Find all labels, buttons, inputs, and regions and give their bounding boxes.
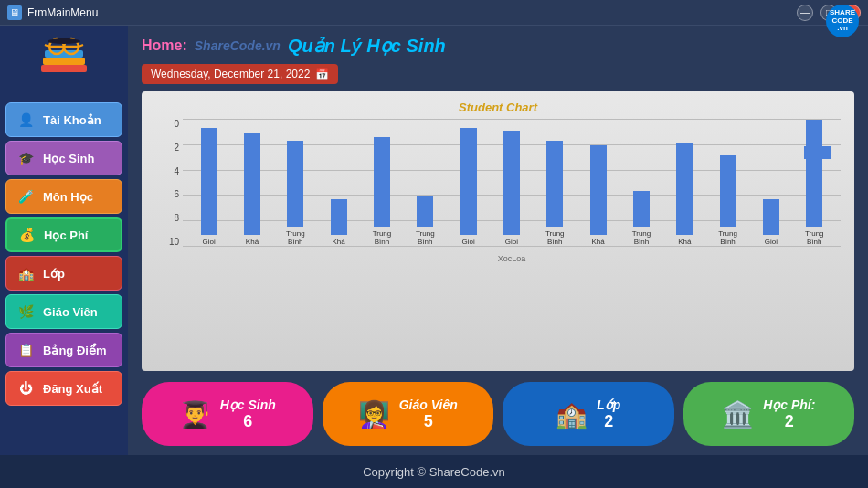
giao-vien-icon: 🌿: [16, 302, 36, 322]
sidebar-item-hoc-sinh[interactable]: 🎓 Học Sinh: [5, 141, 122, 175]
sidebar-item-hoc-phi[interactable]: 💰 Học Phí: [5, 217, 122, 252]
hoc-phi-stat-label: Học Phí:: [763, 398, 815, 412]
sidebar-item-lop[interactable]: 🏫 Lớp: [5, 256, 122, 291]
chart-body: GioiKháTrung BìnhKháTrung BìnhTrung Bình…: [183, 119, 841, 265]
bar-12: [720, 155, 736, 227]
bar-label-10: Trung Bình: [629, 230, 654, 247]
bar-4: [374, 137, 390, 227]
bar-14: [806, 120, 822, 227]
hoc-phi-stat-text: Học Phí: 2: [763, 398, 815, 431]
window-title: FrmMainMenu: [27, 6, 98, 19]
chart-x-label: XocLoa: [498, 254, 526, 263]
bar-10: [633, 191, 650, 227]
hoc-phi-icon: 💰: [16, 225, 37, 245]
bar-group-11: Khá: [672, 143, 697, 247]
main-layout: 👤 Tài Khoản 🎓 Học Sinh 🧪 Môn Học 💰 Học P…: [0, 26, 868, 455]
hoc-sinh-stat-text: Học Sinh 6: [220, 398, 276, 431]
bar-8: [546, 141, 563, 227]
bar-group-4: Trung Bình: [369, 137, 395, 247]
footer: Copyright © ShareCode.vn: [0, 455, 868, 488]
sidebar-label-dang-xuat: Đăng Xuất: [43, 382, 102, 396]
bar-group-6: Gioi: [456, 128, 482, 247]
footer-text: Copyright © ShareCode.vn: [363, 465, 505, 479]
giao-vien-stat-label: Giáo Viên: [399, 398, 458, 412]
sharecode-logo-badge: SHARECODE.vn: [826, 5, 859, 37]
bar-group-0: Gioi: [196, 128, 222, 247]
svg-rect-0: [41, 65, 87, 72]
content-area: Home: ShareCode.vn Quản Lý Học Sinh Wedn…: [128, 26, 868, 455]
bar-group-5: Trung Bình: [412, 196, 438, 247]
bar-9: [590, 145, 607, 235]
sidebar-item-dang-xuat[interactable]: ⏻ Đăng Xuất: [5, 371, 122, 406]
bar-0: [201, 128, 217, 235]
dang-xuat-icon: ⏻: [16, 378, 36, 398]
bar-group-9: Khá: [586, 145, 611, 247]
hoc-sinh-stat-icon: 👨‍🎓: [179, 399, 211, 430]
bar-5: [417, 196, 433, 227]
sidebar: 👤 Tài Khoản 🎓 Học Sinh 🧪 Môn Học 💰 Học P…: [0, 26, 128, 455]
bar-label-5: Trung Bình: [412, 230, 438, 247]
bar-label-9: Khá: [586, 239, 611, 247]
bar-group-14: Trung Bình: [801, 120, 827, 247]
bar-6: [460, 128, 477, 235]
hoc-phi-stat-icon: 🏛️: [722, 399, 754, 430]
bar-label-7: Gioi: [499, 239, 524, 247]
bar-label-1: Khá: [239, 239, 265, 247]
tai-khoan-icon: 👤: [16, 110, 36, 130]
bar-label-3: Khá: [326, 239, 352, 247]
giao-vien-stat-icon: 👩‍🏫: [358, 399, 390, 430]
bar-7: [503, 131, 520, 235]
date-text: Wednesday, December 21, 2022: [151, 68, 310, 80]
bar-group-8: Trung Bình: [542, 141, 567, 247]
bars-wrapper: GioiKháTrung BìnhKháTrung BìnhTrung Bình…: [183, 119, 841, 247]
minimize-button[interactable]: —: [797, 5, 813, 21]
bang-diem-icon: 📋: [16, 340, 36, 360]
bar-2: [287, 141, 303, 227]
sidebar-label-mon-hoc: Môn Học: [43, 190, 93, 204]
svg-rect-11: [58, 38, 70, 41]
mon-hoc-icon: 🧪: [16, 186, 36, 207]
lop-stat-value: 2: [597, 412, 620, 431]
app-title: Quản Lý Học Sinh: [288, 35, 446, 57]
sidebar-item-bang-diem[interactable]: 📋 Bảng Điểm: [5, 333, 122, 367]
lop-icon: 🏫: [16, 263, 36, 283]
lop-stat-icon: 🏫: [556, 399, 587, 430]
sidebar-label-hoc-sinh: Học Sinh: [43, 152, 94, 165]
bar-group-10: Trung Bình: [629, 191, 654, 247]
bar-label-2: Trung Bình: [282, 230, 308, 247]
bar-label-11: Khá: [672, 239, 697, 247]
sidebar-label-lop: Lớp: [43, 267, 65, 281]
title-bar: 🖥 FrmMainMenu — □ ✕: [0, 0, 868, 26]
bar-label-13: Gioi: [758, 239, 784, 247]
bar-label-4: Trung Bình: [369, 230, 395, 247]
sidebar-label-hoc-phi: Học Phí: [44, 228, 88, 242]
stat-card-hoc-phi[interactable]: 🏛️ Học Phí: 2: [683, 382, 855, 446]
sharecode-logo-text: SHARECODE.vn: [830, 9, 855, 33]
stat-card-hoc-sinh[interactable]: 👨‍🎓 Học Sinh 6: [142, 382, 313, 446]
bar-group-3: Khá: [326, 199, 352, 247]
bar-label-12: Trung Bình: [715, 230, 741, 247]
stat-card-lop[interactable]: 🏫 Lớp 2: [503, 382, 674, 446]
bar-group-13: Gioi: [758, 199, 784, 247]
date-display: Wednesday, December 21, 2022 📅: [142, 64, 338, 84]
chart-y-axis: 10 8 6 4 2 0: [155, 119, 183, 265]
bar-1: [244, 133, 260, 235]
bar-13: [763, 199, 779, 235]
hoc-phi-stat-value: 2: [763, 412, 815, 431]
hoc-sinh-stat-value: 6: [220, 412, 276, 431]
stat-card-giao-vien[interactable]: 👩‍🏫 Giáo Viên 5: [323, 382, 494, 446]
hoc-sinh-icon: 🎓: [16, 148, 36, 168]
content-header: Home: ShareCode.vn Quản Lý Học Sinh: [142, 35, 854, 57]
sidebar-item-giao-vien[interactable]: 🌿 Giáo Viên: [5, 294, 122, 329]
sidebar-item-mon-hoc[interactable]: 🧪 Môn Học: [5, 179, 122, 214]
chart-container: Student Chart 10 8 6 4 2 0: [142, 91, 854, 371]
home-label: Home:: [142, 37, 187, 54]
hoc-sinh-stat-label: Học Sinh: [220, 398, 276, 412]
bar-11: [676, 143, 693, 235]
sidebar-item-tai-khoan[interactable]: 👤 Tài Khoản: [5, 102, 122, 137]
chart-title: Student Chart: [155, 101, 841, 114]
chart-area: 10 8 6 4 2 0: [155, 119, 841, 265]
bar-group-7: Gioi: [499, 131, 524, 247]
sidebar-logo: [27, 33, 101, 97]
calendar-icon: 📅: [315, 68, 329, 80]
